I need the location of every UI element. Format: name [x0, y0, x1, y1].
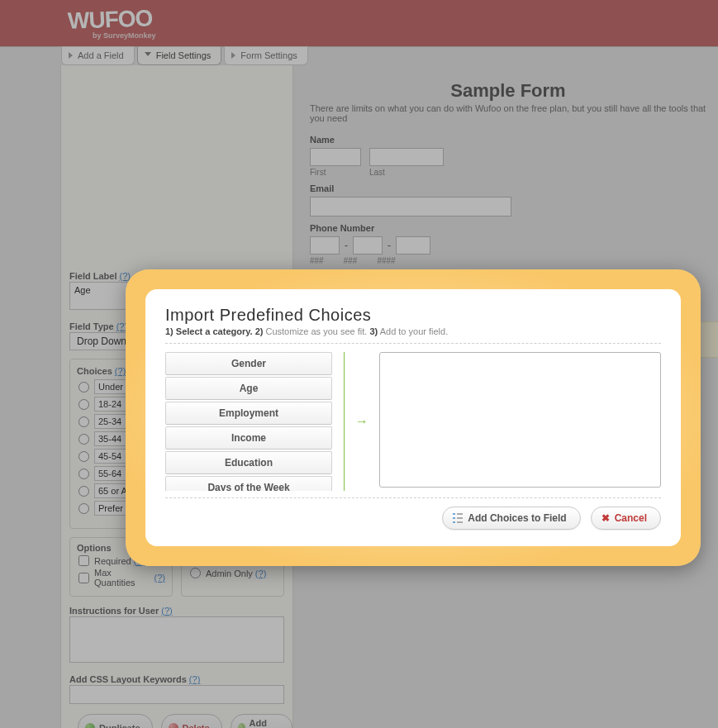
category-gender[interactable]: Gender — [165, 352, 332, 375]
category-age[interactable]: Age — [165, 377, 332, 400]
cancel-button[interactable]: ✖ Cancel — [591, 507, 661, 530]
modal-frame: Import Predefined Choices 1) Select a ca… — [126, 269, 701, 566]
modal-title: Import Predefined Choices — [165, 306, 661, 325]
divider — [165, 497, 661, 498]
category-education[interactable]: Education — [165, 451, 332, 474]
button-label: Cancel — [615, 512, 647, 524]
button-label: Add Choices to Field — [468, 512, 566, 524]
category-days-of-week[interactable]: Days of the Week — [165, 476, 332, 491]
category-employment[interactable]: Employment — [165, 402, 332, 425]
choices-output-textarea[interactable] — [379, 352, 661, 488]
category-list: Gender Age Employment Income Education D… — [165, 352, 345, 491]
import-choices-modal: Import Predefined Choices 1) Select a ca… — [145, 289, 681, 546]
category-income[interactable]: Income — [165, 426, 332, 450]
modal-steps: 1) Select a category. 2) Customize as yo… — [165, 326, 661, 336]
list-icon — [453, 513, 463, 523]
close-icon: ✖ — [602, 513, 610, 523]
add-choices-button[interactable]: Add Choices to Field — [442, 507, 580, 530]
divider — [165, 343, 661, 344]
arrow-right-icon: → — [356, 352, 368, 491]
